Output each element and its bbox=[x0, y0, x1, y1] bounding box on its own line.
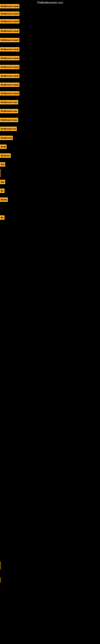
bottleneck-badge: Bottleneck res bbox=[0, 126, 17, 131]
bottleneck-badge: Bottl bbox=[0, 144, 7, 149]
bottleneck-badge: Bottleneck result bbox=[0, 29, 19, 33]
bottleneck-badge: Bottleneck resu bbox=[0, 109, 18, 113]
bottleneck-badge: Bo bbox=[0, 215, 4, 220]
bottleneck-badge: Bottleneck result bbox=[0, 74, 19, 78]
bottleneck-badge: Bottleneck resu bbox=[0, 100, 18, 104]
bottleneck-badge: Bottleneck result bbox=[0, 38, 19, 42]
vertical-line bbox=[0, 169, 1, 177]
bottleneck-badge: Bot bbox=[0, 162, 5, 167]
vertical-line bbox=[0, 562, 1, 570]
bottleneck-badge: Bottleneck result bbox=[0, 56, 19, 60]
bottleneck-badge: Bottleneck result bbox=[0, 65, 19, 69]
bottleneck-badge: Bottleneck result bbox=[0, 91, 19, 96]
bottleneck-badge: Bottleneck result bbox=[0, 82, 19, 87]
bottleneck-badge: Botlenec bbox=[0, 153, 11, 158]
bottleneck-badge: Bot bbox=[0, 180, 5, 184]
bottleneck-badge: Bottleneck bbox=[0, 136, 13, 140]
bottleneck-badge: Bottleneck result bbox=[0, 19, 19, 24]
site-title: TheBottlenecker.com bbox=[37, 1, 63, 4]
vertical-line bbox=[0, 578, 1, 582]
bottleneck-badge: Bottleneck result bbox=[0, 12, 19, 16]
bottleneck-badge: Bottleneck result bbox=[0, 47, 19, 52]
bottleneck-badge: Bottleneck resu bbox=[0, 118, 18, 122]
bottleneck-badge: Bo bbox=[0, 188, 4, 193]
bottleneck-badge: Bottleneck result bbox=[0, 4, 19, 8]
bottleneck-badge: Bottle bbox=[0, 198, 8, 202]
